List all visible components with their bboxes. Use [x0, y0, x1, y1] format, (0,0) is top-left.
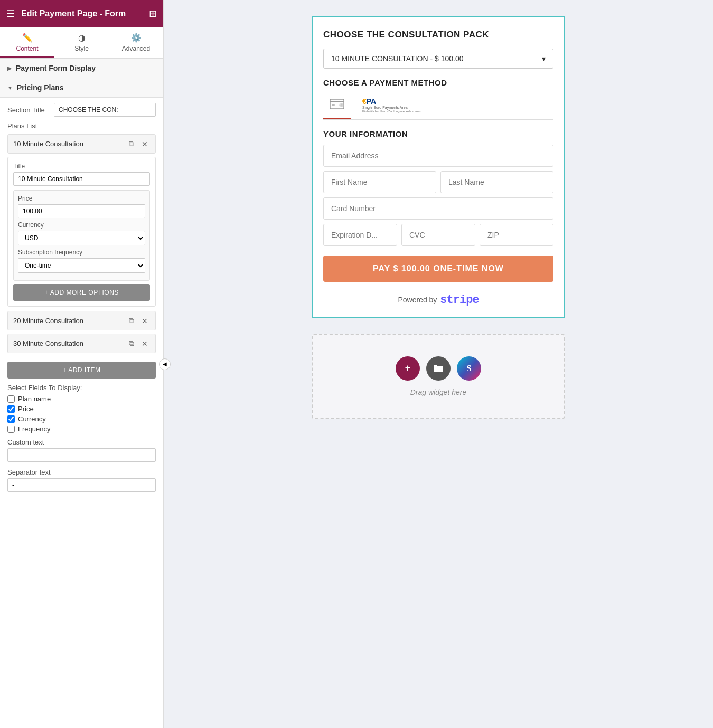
stripe-logo: stripe [440, 294, 479, 307]
section-title-row: Section Title [7, 103, 156, 117]
drag-text: Drag widget here [410, 388, 467, 396]
card-payment-tab[interactable] [323, 93, 351, 119]
tab-content-label: Content [16, 45, 38, 52]
svg-rect-2 [332, 104, 335, 106]
plan-2-delete-button[interactable]: ✕ [139, 316, 150, 326]
currency-label: Currency [18, 221, 145, 229]
plan-name-checkbox[interactable] [7, 395, 15, 403]
price-checkbox-row: Price [7, 405, 156, 413]
custom-text-label: Custom text [7, 438, 156, 446]
tab-style[interactable]: ◑ Style [54, 27, 109, 58]
last-name-input[interactable] [440, 171, 553, 193]
plan-3-label: 30 Minute Consultation [13, 339, 124, 347]
powered-by-text: Powered by [398, 296, 437, 304]
zip-input[interactable] [480, 224, 553, 246]
plan-3-copy-button[interactable]: ⧉ [127, 338, 136, 349]
sepa-payment-tab[interactable]: €PA Single Euro Payments Area Einheitlic… [356, 93, 427, 119]
consultation-dropdown[interactable]: 10 MINUTE CONSULTATION - $ 100.00 ▾ [323, 49, 553, 69]
pricing-plans-header[interactable]: ▼ Pricing Plans [0, 78, 163, 98]
folder-widget-button[interactable] [426, 356, 451, 381]
plan-1-delete-button[interactable]: ✕ [139, 139, 150, 149]
currency-select[interactable]: USD EUR GBP [18, 231, 145, 245]
custom-text-input[interactable] [7, 448, 156, 462]
email-input[interactable] [323, 145, 553, 167]
separator-text-label: Separator text [7, 468, 156, 476]
first-name-input[interactable] [323, 171, 436, 193]
top-bar: ☰ Edit Payment Page - Form ⊞ [0, 0, 163, 27]
powered-by: Powered by stripe [323, 294, 553, 307]
title-label: Title [13, 163, 150, 170]
form-main-title: CHOOSE THE CONSULTATION PACK [323, 30, 553, 40]
price-currency-block: Price Currency USD EUR GBP Subscription … [13, 190, 150, 281]
section-title-label: Section Title [7, 106, 50, 114]
price-checkbox[interactable] [7, 405, 15, 413]
currency-checkbox-label: Currency [18, 415, 46, 423]
separator-text-input[interactable] [7, 478, 156, 492]
chevron-right-icon: ▶ [7, 65, 12, 71]
grid-icon[interactable]: ⊞ [149, 8, 157, 20]
add-item-button[interactable]: + ADD ITEM [7, 362, 156, 379]
payment-form-wrapper: CHOOSE THE CONSULTATION PACK 10 MINUTE C… [312, 16, 565, 318]
plan-1-title-input[interactable] [13, 172, 150, 186]
dropdown-value: 10 MINUTE CONSULTATION - $ 100.00 [331, 54, 464, 63]
panel-content: Section Title Plans List 10 Minute Consu… [0, 98, 163, 498]
plan-name-checkbox-label: Plan name [18, 395, 51, 403]
drag-widget-area: + S Drag widget here [312, 334, 565, 419]
tab-advanced-label: Advanced [122, 45, 150, 52]
frequency-checkbox-row: Frequency [7, 425, 156, 433]
tab-advanced[interactable]: ⚙️ Advanced [109, 27, 163, 58]
your-info-title: YOUR INFORMATION [323, 129, 553, 138]
plan-1-expanded: Title Price Currency USD EUR GBP Subscri… [7, 157, 156, 307]
cvc-input[interactable] [401, 224, 475, 246]
card-details-row [323, 224, 553, 246]
section-title-input[interactable] [54, 103, 156, 117]
card-number-input[interactable] [323, 197, 553, 220]
add-widget-button[interactable]: + [396, 356, 420, 381]
currency-checkbox-row: Currency [7, 415, 156, 423]
plans-list-label: Plans List [7, 122, 156, 130]
name-row [323, 171, 553, 193]
plan-item-1: 10 Minute Consultation ⧉ ✕ [7, 134, 156, 154]
expiration-input[interactable] [323, 224, 397, 246]
elementor-widget-button[interactable]: S [457, 356, 481, 381]
select-fields-label: Select Fields To Display: [7, 384, 156, 392]
payment-method-title: CHOOSE A PAYMENT METHOD [323, 78, 553, 87]
plan-2-copy-button[interactable]: ⧉ [127, 315, 136, 326]
tab-content[interactable]: ✏️ Content [0, 27, 54, 58]
price-input[interactable] [18, 204, 145, 218]
chevron-down-icon: ▼ [7, 85, 13, 91]
pay-button[interactable]: PAY $ 100.00 ONE-TIME NOW [323, 256, 553, 282]
subscription-frequency-select[interactable]: One-time Monthly Yearly [18, 258, 145, 273]
tab-style-label: Style [74, 45, 89, 52]
plan-2-label: 20 Minute Consultation [13, 317, 124, 325]
widget-icons-row: + S [396, 356, 481, 381]
payment-form-display-label: Payment Form Display [16, 64, 96, 72]
advanced-tab-icon: ⚙️ [131, 33, 142, 43]
style-tab-icon: ◑ [78, 33, 86, 43]
plan-1-label: 10 Minute Consultation [13, 140, 124, 148]
frequency-checkbox[interactable] [7, 426, 15, 433]
main-content: CHOOSE THE CONSULTATION PACK 10 MINUTE C… [164, 0, 713, 728]
page-title: Edit Payment Page - Form [21, 9, 149, 18]
chevron-down-icon: ▾ [542, 54, 546, 63]
add-more-options-button[interactable]: + ADD MORE OPTIONS [13, 284, 150, 301]
plan-name-checkbox-row: Plan name [7, 395, 156, 403]
collapse-handle[interactable]: ◀ [159, 358, 171, 370]
price-checkbox-label: Price [18, 405, 34, 413]
payment-tabs: €PA Single Euro Payments Area Einheitlic… [323, 93, 553, 120]
left-panel: ☰ Edit Payment Page - Form ⊞ ✏️ Content … [0, 0, 164, 728]
hamburger-icon[interactable]: ☰ [6, 8, 15, 20]
payment-form-display-header[interactable]: ▶ Payment Form Display [0, 59, 163, 78]
plan-3-delete-button[interactable]: ✕ [139, 338, 150, 349]
svg-point-4 [341, 103, 344, 107]
subscription-frequency-label: Subscription frequency [18, 249, 145, 256]
currency-checkbox[interactable] [7, 415, 15, 423]
frequency-checkbox-label: Frequency [18, 425, 50, 433]
price-label: Price [18, 195, 145, 202]
content-tab-icon: ✏️ [22, 33, 33, 43]
tabs-row: ✏️ Content ◑ Style ⚙️ Advanced [0, 27, 163, 59]
plan-item-3: 30 Minute Consultation ⧉ ✕ [7, 334, 156, 353]
plan-1-copy-button[interactable]: ⧉ [127, 138, 136, 149]
sepa-logo: €PA Single Euro Payments Area Einheitlic… [362, 98, 420, 114]
pricing-plans-label: Pricing Plans [17, 83, 64, 92]
